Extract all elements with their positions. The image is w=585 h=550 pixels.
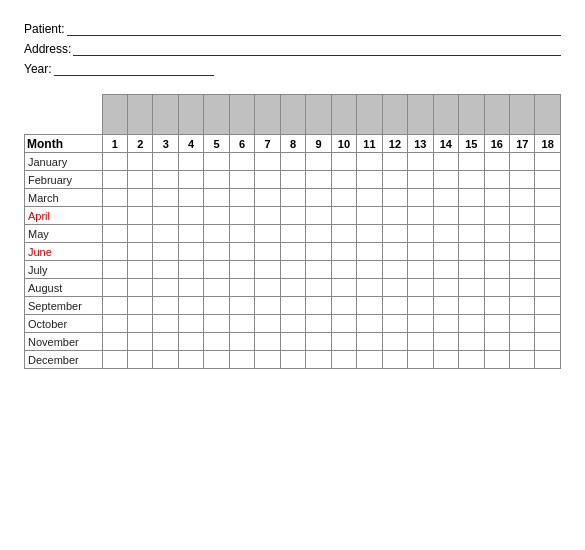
cell-november-5[interactable] bbox=[204, 333, 229, 351]
cell-july-17[interactable] bbox=[510, 261, 535, 279]
cell-february-6[interactable] bbox=[229, 171, 254, 189]
cell-february-17[interactable] bbox=[510, 171, 535, 189]
cell-november-10[interactable] bbox=[331, 333, 356, 351]
cell-may-4[interactable] bbox=[178, 225, 203, 243]
cell-july-10[interactable] bbox=[331, 261, 356, 279]
cell-may-12[interactable] bbox=[382, 225, 407, 243]
cell-may-18[interactable] bbox=[535, 225, 561, 243]
cell-june-6[interactable] bbox=[229, 243, 254, 261]
cell-april-12[interactable] bbox=[382, 207, 407, 225]
cell-december-5[interactable] bbox=[204, 351, 229, 369]
cell-june-11[interactable] bbox=[357, 243, 382, 261]
cell-december-3[interactable] bbox=[153, 351, 178, 369]
cell-january-5[interactable] bbox=[204, 153, 229, 171]
cell-march-3[interactable] bbox=[153, 189, 178, 207]
cell-august-12[interactable] bbox=[382, 279, 407, 297]
cell-may-1[interactable] bbox=[102, 225, 127, 243]
cell-june-15[interactable] bbox=[459, 243, 484, 261]
cell-may-3[interactable] bbox=[153, 225, 178, 243]
cell-march-17[interactable] bbox=[510, 189, 535, 207]
cell-august-9[interactable] bbox=[306, 279, 331, 297]
cell-march-4[interactable] bbox=[178, 189, 203, 207]
cell-november-1[interactable] bbox=[102, 333, 127, 351]
cell-january-10[interactable] bbox=[331, 153, 356, 171]
cell-august-16[interactable] bbox=[484, 279, 509, 297]
cell-august-11[interactable] bbox=[357, 279, 382, 297]
cell-july-4[interactable] bbox=[178, 261, 203, 279]
cell-january-3[interactable] bbox=[153, 153, 178, 171]
year-input[interactable] bbox=[54, 60, 214, 76]
cell-june-13[interactable] bbox=[408, 243, 433, 261]
cell-november-9[interactable] bbox=[306, 333, 331, 351]
cell-november-14[interactable] bbox=[433, 333, 458, 351]
cell-april-10[interactable] bbox=[331, 207, 356, 225]
cell-november-11[interactable] bbox=[357, 333, 382, 351]
cell-june-18[interactable] bbox=[535, 243, 561, 261]
cell-october-14[interactable] bbox=[433, 315, 458, 333]
cell-september-12[interactable] bbox=[382, 297, 407, 315]
cell-october-2[interactable] bbox=[127, 315, 152, 333]
cell-july-15[interactable] bbox=[459, 261, 484, 279]
cell-november-3[interactable] bbox=[153, 333, 178, 351]
cell-march-15[interactable] bbox=[459, 189, 484, 207]
cell-january-1[interactable] bbox=[102, 153, 127, 171]
cell-september-3[interactable] bbox=[153, 297, 178, 315]
cell-august-17[interactable] bbox=[510, 279, 535, 297]
cell-march-7[interactable] bbox=[255, 189, 280, 207]
cell-november-12[interactable] bbox=[382, 333, 407, 351]
cell-june-7[interactable] bbox=[255, 243, 280, 261]
cell-september-16[interactable] bbox=[484, 297, 509, 315]
cell-october-7[interactable] bbox=[255, 315, 280, 333]
cell-march-14[interactable] bbox=[433, 189, 458, 207]
cell-october-13[interactable] bbox=[408, 315, 433, 333]
cell-august-14[interactable] bbox=[433, 279, 458, 297]
cell-june-5[interactable] bbox=[204, 243, 229, 261]
cell-november-8[interactable] bbox=[280, 333, 305, 351]
cell-january-2[interactable] bbox=[127, 153, 152, 171]
cell-may-13[interactable] bbox=[408, 225, 433, 243]
cell-september-9[interactable] bbox=[306, 297, 331, 315]
cell-may-17[interactable] bbox=[510, 225, 535, 243]
cell-september-18[interactable] bbox=[535, 297, 561, 315]
cell-december-4[interactable] bbox=[178, 351, 203, 369]
cell-june-2[interactable] bbox=[127, 243, 152, 261]
cell-june-9[interactable] bbox=[306, 243, 331, 261]
cell-march-1[interactable] bbox=[102, 189, 127, 207]
cell-february-16[interactable] bbox=[484, 171, 509, 189]
cell-december-16[interactable] bbox=[484, 351, 509, 369]
cell-february-12[interactable] bbox=[382, 171, 407, 189]
cell-september-14[interactable] bbox=[433, 297, 458, 315]
cell-october-6[interactable] bbox=[229, 315, 254, 333]
cell-august-13[interactable] bbox=[408, 279, 433, 297]
cell-july-11[interactable] bbox=[357, 261, 382, 279]
cell-october-5[interactable] bbox=[204, 315, 229, 333]
cell-october-16[interactable] bbox=[484, 315, 509, 333]
cell-august-3[interactable] bbox=[153, 279, 178, 297]
cell-april-6[interactable] bbox=[229, 207, 254, 225]
cell-june-17[interactable] bbox=[510, 243, 535, 261]
patient-input[interactable] bbox=[67, 20, 561, 36]
cell-november-4[interactable] bbox=[178, 333, 203, 351]
cell-february-11[interactable] bbox=[357, 171, 382, 189]
cell-february-9[interactable] bbox=[306, 171, 331, 189]
cell-november-17[interactable] bbox=[510, 333, 535, 351]
cell-october-9[interactable] bbox=[306, 315, 331, 333]
cell-july-8[interactable] bbox=[280, 261, 305, 279]
cell-march-5[interactable] bbox=[204, 189, 229, 207]
cell-september-5[interactable] bbox=[204, 297, 229, 315]
cell-september-8[interactable] bbox=[280, 297, 305, 315]
cell-february-15[interactable] bbox=[459, 171, 484, 189]
cell-february-13[interactable] bbox=[408, 171, 433, 189]
cell-april-3[interactable] bbox=[153, 207, 178, 225]
cell-january-15[interactable] bbox=[459, 153, 484, 171]
cell-may-9[interactable] bbox=[306, 225, 331, 243]
cell-december-13[interactable] bbox=[408, 351, 433, 369]
cell-july-16[interactable] bbox=[484, 261, 509, 279]
cell-november-18[interactable] bbox=[535, 333, 561, 351]
cell-july-7[interactable] bbox=[255, 261, 280, 279]
cell-march-11[interactable] bbox=[357, 189, 382, 207]
cell-may-10[interactable] bbox=[331, 225, 356, 243]
cell-december-15[interactable] bbox=[459, 351, 484, 369]
cell-april-18[interactable] bbox=[535, 207, 561, 225]
cell-july-14[interactable] bbox=[433, 261, 458, 279]
